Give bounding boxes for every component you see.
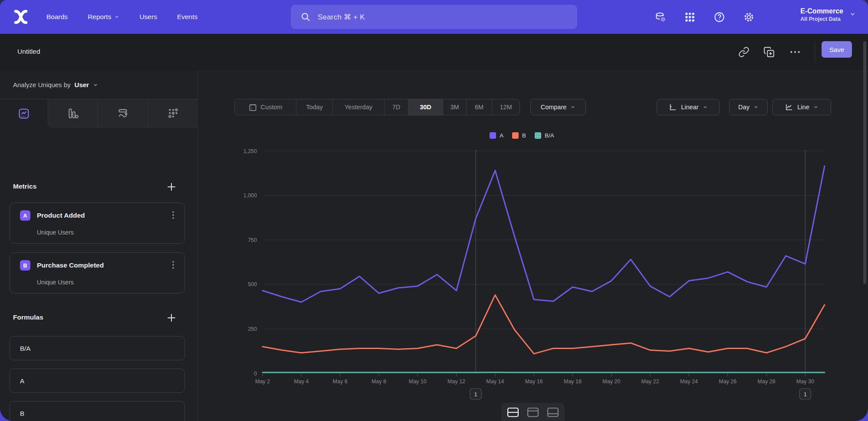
range-12m[interactable]: 12M	[492, 99, 519, 115]
tab-flow-chart[interactable]	[98, 99, 148, 127]
analyze-uniques-dropdown[interactable]: Analyze Uniques by User	[0, 71, 198, 99]
nav-item-label: Reports	[88, 13, 111, 21]
range-label: Custom	[261, 104, 283, 111]
mixpanel-logo-icon	[11, 7, 30, 26]
range-custom[interactable]: Custom	[235, 99, 296, 115]
help-icon[interactable]	[713, 11, 725, 23]
analyze-value: User	[75, 81, 89, 88]
range-label: 6M	[475, 104, 483, 111]
range-3m[interactable]: 3M	[443, 99, 466, 115]
chart-type-tabs	[0, 99, 198, 127]
save-button[interactable]: Save	[822, 41, 852, 58]
range-label: 12M	[500, 104, 512, 111]
vertical-scrollbar[interactable]	[863, 41, 866, 284]
top-nav: Boards Reports Users Events Search ⌘ + K	[0, 0, 868, 34]
nav-items: Boards Reports Users Events	[46, 0, 197, 34]
chart-type-selector[interactable]: Line	[772, 99, 831, 115]
analyze-label: Analyze Uniques by	[13, 81, 71, 88]
formula-card-a[interactable]: A	[10, 369, 185, 393]
apps-grid-icon[interactable]	[684, 11, 696, 23]
chart-legend: A B B/A	[490, 132, 554, 139]
mixpanel-app: Boards Reports Users Events Search ⌘ + K	[0, 0, 868, 421]
search-input[interactable]: Search ⌘ + K	[291, 5, 577, 29]
report-toolbar: Untitled Save	[0, 34, 868, 71]
nav-item-boards[interactable]: Boards	[46, 13, 68, 21]
compare-button[interactable]: Compare	[530, 99, 586, 115]
range-label: Today	[306, 104, 323, 111]
layout-split-icon	[506, 407, 519, 418]
metric-subtitle: Unique Users	[37, 279, 74, 286]
chevron-down-icon	[570, 104, 575, 110]
metric-subtitle: Unique Users	[37, 229, 74, 236]
settings-gear-icon[interactable]	[743, 11, 755, 23]
tab-breakdown-chart[interactable]	[148, 99, 198, 127]
metric-kebab-menu-icon[interactable]	[169, 260, 178, 271]
range-6m[interactable]: 6M	[466, 99, 492, 115]
add-formula-button[interactable]	[166, 312, 177, 323]
project-selector[interactable]: E-Commerce All Project Data	[800, 6, 856, 22]
search-icon	[300, 12, 311, 22]
project-scope: All Project Data	[800, 16, 843, 22]
nav-item-label: Events	[177, 13, 197, 21]
legend-swatch-b	[512, 132, 519, 139]
range-today[interactable]: Today	[296, 99, 332, 115]
range-label: 3M	[450, 104, 459, 111]
metric-card-purchase-completed[interactable]: B Purchase Completed Unique Users	[10, 252, 185, 294]
formula-label: B	[20, 410, 24, 417]
range-7d[interactable]: 7D	[384, 99, 408, 115]
metric-kebab-menu-icon[interactable]	[169, 210, 178, 221]
scale-label: Linear	[681, 104, 698, 111]
nav-item-users[interactable]: Users	[139, 13, 157, 21]
duplicate-icon[interactable]	[763, 46, 775, 58]
tab-bar-chart[interactable]	[48, 99, 98, 127]
range-30d[interactable]: 30D	[408, 99, 443, 115]
legend-swatch-a	[490, 132, 496, 139]
compare-label: Compare	[541, 104, 567, 111]
copy-link-icon[interactable]	[738, 46, 750, 58]
layout-top-panel-button[interactable]	[524, 406, 542, 421]
metric-name: Product Added	[37, 212, 85, 219]
interval-label: Day	[738, 104, 750, 111]
range-label: 30D	[420, 104, 431, 111]
range-label: Yesterday	[345, 104, 372, 111]
linear-axis-icon	[668, 103, 677, 111]
chevron-down-icon	[114, 14, 119, 20]
legend-label: A	[500, 132, 503, 139]
legend-label: B/A	[545, 132, 554, 139]
nav-utility-icons	[654, 0, 773, 34]
chevron-down-icon	[813, 104, 819, 110]
layout-bottom-panel-button[interactable]	[544, 406, 562, 421]
metric-card-product-added[interactable]: A Product Added Unique Users	[10, 202, 185, 244]
add-metric-button[interactable]	[166, 181, 177, 193]
interval-selector[interactable]: Day	[729, 99, 768, 115]
date-range-control: Custom Today Yesterday 7D 30D 3M 6M 12M	[234, 99, 520, 115]
nav-item-events[interactable]: Events	[177, 13, 197, 21]
query-sidebar: Analyze Uniques by User	[0, 71, 198, 421]
formula-card-ba[interactable]: B/A	[10, 336, 185, 360]
dots-grid-tab-icon	[168, 108, 179, 119]
formula-label: B/A	[20, 345, 30, 352]
formula-card-b[interactable]: B	[10, 401, 185, 421]
toolbar-divider	[815, 42, 815, 62]
metric-letter-badge: A	[20, 210, 30, 221]
chart-type-tabs-inactive	[48, 99, 198, 127]
range-label: 7D	[392, 104, 401, 111]
tab-line-chart[interactable]	[0, 99, 48, 127]
metric-letter-badge: B	[20, 260, 30, 271]
data-management-icon[interactable]	[654, 11, 666, 23]
legend-label: B	[522, 132, 526, 139]
range-yesterday[interactable]: Yesterday	[332, 99, 384, 115]
chevron-down-icon	[849, 11, 856, 17]
legend-item-ba[interactable]: B/A	[535, 132, 554, 139]
legend-item-b[interactable]: B	[512, 132, 526, 139]
nav-item-reports[interactable]: Reports	[88, 13, 119, 21]
more-options-icon[interactable]	[789, 48, 801, 56]
scale-selector[interactable]: Linear	[657, 99, 720, 115]
search-placeholder: Search ⌘ + K	[318, 13, 365, 22]
project-name: E-Commerce	[800, 6, 843, 16]
calendar-icon	[249, 103, 257, 111]
formula-label: A	[20, 377, 24, 385]
layout-split-button[interactable]	[504, 406, 522, 421]
metric-name: Purchase Completed	[37, 261, 104, 269]
legend-item-a[interactable]: A	[490, 132, 503, 139]
